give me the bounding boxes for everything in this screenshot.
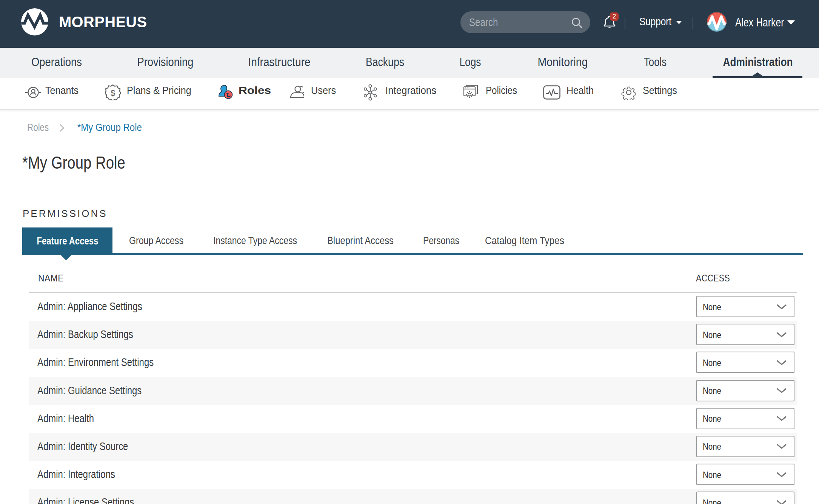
svg-text:$: $ [111, 88, 115, 98]
